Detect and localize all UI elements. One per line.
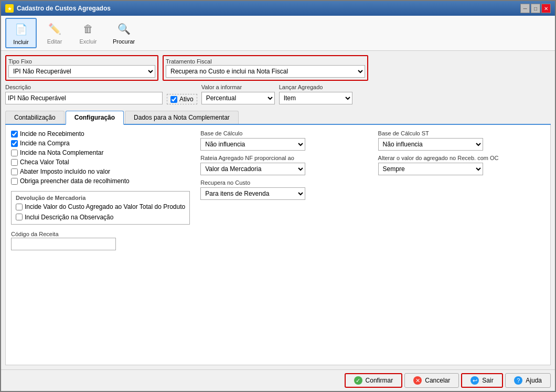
checa-valor-total-label[interactable]: Checa Valor Total xyxy=(11,158,190,166)
toolbar: 📄 Incluir ✏️ Editar 🗑 Excluir 🔍 Procurar xyxy=(1,16,555,51)
incide-recebimento-checkbox[interactable] xyxy=(11,131,18,137)
excluir-label: Excluir xyxy=(79,38,97,45)
abater-imposto-checkbox[interactable] xyxy=(11,168,18,175)
procurar-label: Procurar xyxy=(113,38,135,45)
valor-informar-label: Valor a informar xyxy=(201,84,275,90)
descricao-input[interactable] xyxy=(5,92,163,104)
tab-inner: Incide no Recebimento Incide na Compra I… xyxy=(11,130,545,250)
alterar-valor-select[interactable]: Sempre Nunca Perguntar xyxy=(378,163,483,175)
procurar-button[interactable]: 🔍 Procurar xyxy=(106,18,142,48)
base-calculo-select[interactable]: Não influencia Influencia Parcial xyxy=(200,138,305,151)
editar-icon: ✏️ xyxy=(46,20,63,37)
lancar-agregado-group: Lançar Agregado Item NF Pedido xyxy=(279,84,352,104)
tab-configuracao[interactable]: Configuração xyxy=(66,111,124,125)
right-panel: Base de Cálculo Não influencia Influenci… xyxy=(200,130,545,250)
main-content: Tipo Fixo IPI Não Recuperável ICMS ST Fr… xyxy=(1,51,555,369)
lancar-agregado-select[interactable]: Item NF Pedido xyxy=(279,92,352,104)
tabs-container: Contabilização Configuração Dados para a… xyxy=(5,108,551,365)
incide-compra-label[interactable]: Incide na Compra xyxy=(11,140,190,147)
recupera-custo-select[interactable]: Para itens de Revenda Sempre Nunca xyxy=(200,187,305,200)
base-calculo-st-group: Base de Cálculo ST Não influencia Influe… xyxy=(378,130,545,151)
abater-imposto-label[interactable]: Abater Imposto incluído no valor xyxy=(11,168,190,175)
footer: ✓ Confirmar ✕ Cancelar ↩ Sair ? Ajuda xyxy=(1,369,555,391)
procurar-icon: 🔍 xyxy=(115,20,132,37)
checa-valor-total-checkbox[interactable] xyxy=(11,159,18,166)
tipo-fixo-group: Tipo Fixo IPI Não Recuperável ICMS ST Fr… xyxy=(5,55,158,81)
recupera-custo-label: Recupera no Custo xyxy=(200,179,367,186)
base-calculo-st-label: Base de Cálculo ST xyxy=(378,130,545,136)
editar-button[interactable]: ✏️ Editar xyxy=(39,18,70,48)
incide-compra-checkbox[interactable] xyxy=(11,140,18,147)
codigo-receita-input[interactable] xyxy=(11,238,116,250)
incluir-icon: 📄 xyxy=(13,21,29,38)
cancelar-button[interactable]: ✕ Cancelar xyxy=(404,373,459,388)
base-calculo-row: Base de Cálculo Não influencia Influenci… xyxy=(200,130,545,151)
base-calculo-label: Base de Cálculo xyxy=(200,130,367,136)
ativo-label: Ativo xyxy=(179,96,194,103)
ajuda-icon: ? xyxy=(514,376,522,385)
confirmar-button[interactable]: ✓ Confirmar xyxy=(345,373,403,388)
second-row: Descrição Ativo Valor a informar Percent… xyxy=(5,84,551,104)
recupera-custo-row: Recupera no Custo Para itens de Revenda … xyxy=(200,179,545,200)
base-calculo-st-select[interactable]: Não influencia Influencia Parcial xyxy=(378,138,483,151)
cancelar-icon: ✕ xyxy=(413,376,422,385)
title-bar: ★ Cadastro de Custos Agregados ─ □ ✕ xyxy=(1,1,555,16)
tab-bar: Contabilização Configuração Dados para a… xyxy=(5,111,551,125)
ativo-checkbox-label[interactable]: Ativo xyxy=(167,94,197,104)
cancelar-label: Cancelar xyxy=(425,377,450,384)
rateia-select[interactable]: Valor da Mercadoria Quantidade Valor NF xyxy=(200,163,305,175)
obriga-data-label[interactable]: Obriga preencher data de recolhimento xyxy=(11,177,190,185)
rateia-group: Rateia Agregado NF proporcional ao Valor… xyxy=(200,155,367,175)
maximize-button[interactable]: □ xyxy=(531,4,540,13)
confirmar-label: Confirmar xyxy=(366,377,393,384)
sair-button[interactable]: ↩ Sair xyxy=(461,373,503,388)
tratamento-fiscal-label: Tratamento Fiscal xyxy=(166,58,365,65)
tratamento-fiscal-group: Tratamento Fiscal Recupera no Custo e in… xyxy=(163,55,368,81)
close-button[interactable]: ✕ xyxy=(541,4,551,13)
minimize-button[interactable]: ─ xyxy=(520,4,530,13)
rateia-label: Rateia Agregado NF proporcional ao xyxy=(200,155,367,161)
top-form: Tipo Fixo IPI Não Recuperável ICMS ST Fr… xyxy=(5,55,551,81)
empty-right xyxy=(378,179,545,200)
sair-icon: ↩ xyxy=(471,376,479,385)
app-icon: ★ xyxy=(5,4,14,13)
tab-configuracao-content: Incide no Recebimento Incide na Compra I… xyxy=(5,125,551,365)
main-window: ★ Cadastro de Custos Agregados ─ □ ✕ 📄 I… xyxy=(0,0,556,392)
ativo-checkbox[interactable] xyxy=(170,96,177,103)
ajuda-button[interactable]: ? Ajuda xyxy=(505,373,551,388)
incide-valor-custo-checkbox[interactable] xyxy=(16,204,23,210)
rateia-row: Rateia Agregado NF proporcional ao Valor… xyxy=(200,155,545,175)
tab-nota-complementar[interactable]: Dados para a Nota Complementar xyxy=(125,111,239,124)
tab-contabilizacao[interactable]: Contabilização xyxy=(5,111,65,124)
sair-label: Sair xyxy=(482,377,493,384)
editar-label: Editar xyxy=(47,38,62,45)
tipo-fixo-select[interactable]: IPI Não Recuperável ICMS ST Frete Outros xyxy=(8,65,155,78)
incide-recebimento-label[interactable]: Incide no Recebimento xyxy=(11,130,190,137)
incide-nota-complementar-checkbox[interactable] xyxy=(11,150,18,156)
ajuda-label: Ajuda xyxy=(526,377,542,384)
lancar-agregado-label: Lançar Agregado xyxy=(279,84,352,90)
window-title: Cadastro de Custos Agregados xyxy=(17,5,517,12)
inclui-descricao-checkbox[interactable] xyxy=(16,214,23,220)
title-bar-buttons: ─ □ ✕ xyxy=(520,4,551,13)
devolucao-title: Devolução de Mercadoria xyxy=(16,195,185,201)
codigo-receita-group: Código da Receita xyxy=(11,231,190,250)
devolucao-group: Devolução de Mercadoria Incide Valor do … xyxy=(11,191,190,225)
confirmar-icon: ✓ xyxy=(354,376,362,385)
tipo-fixo-label: Tipo Fixo xyxy=(8,58,155,65)
obriga-data-checkbox[interactable] xyxy=(11,178,18,185)
alterar-valor-group: Alterar o valor do agregado no Receb. co… xyxy=(378,155,545,175)
incluir-label: Incluir xyxy=(13,39,28,45)
incide-nota-complementar-label[interactable]: Incide na Nota Complementar xyxy=(11,149,190,156)
alterar-valor-label: Alterar o valor do agregado no Receb. co… xyxy=(378,155,545,161)
incluir-button[interactable]: 📄 Incluir xyxy=(5,18,37,48)
excluir-button[interactable]: 🗑 Excluir xyxy=(72,18,104,48)
descricao-label: Descrição xyxy=(5,84,163,90)
recupera-custo-group: Recupera no Custo Para itens de Revenda … xyxy=(200,179,367,200)
codigo-receita-label: Código da Receita xyxy=(11,231,190,237)
inclui-descricao-label[interactable]: Inclui Descrição na Observação xyxy=(16,214,185,221)
valor-informar-select[interactable]: Percentual Valor xyxy=(201,92,275,104)
tratamento-fiscal-select[interactable]: Recupera no Custo e inclui na Nota Fisca… xyxy=(166,65,365,78)
incide-valor-custo-label[interactable]: Incide Valor do Custo Agregado ao Valor … xyxy=(16,203,185,211)
descricao-group: Descrição xyxy=(5,84,163,104)
